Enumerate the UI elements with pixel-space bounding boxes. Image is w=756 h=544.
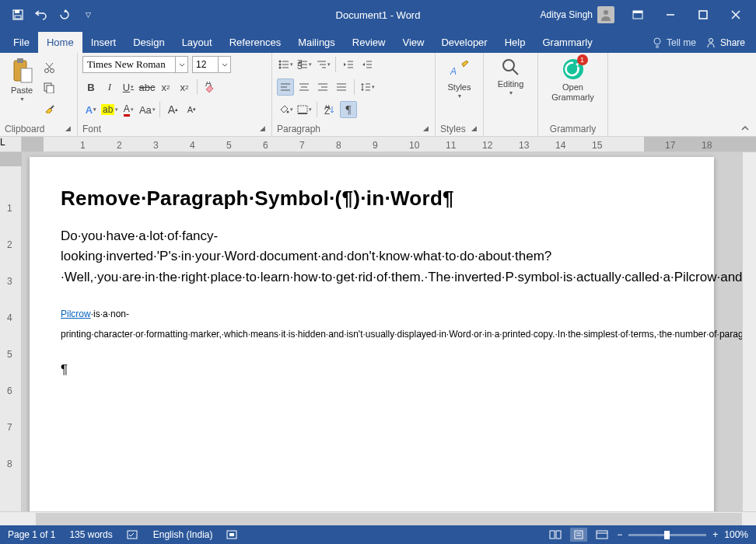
redo-button[interactable] — [54, 5, 75, 25]
tab-help[interactable]: Help — [496, 32, 534, 53]
notification-badge: 1 — [577, 54, 588, 65]
language-indicator[interactable]: English (India) — [153, 529, 213, 540]
font-size-combo[interactable]: 12 — [192, 56, 231, 73]
lightbulb-icon — [652, 37, 663, 48]
maximize-button[interactable] — [688, 3, 719, 26]
sort-button[interactable]: AZ — [321, 101, 338, 118]
font-name-combo[interactable]: Times New Roman — [82, 56, 188, 73]
align-right-button[interactable] — [314, 78, 331, 96]
grow-font-button[interactable]: A▴ — [164, 101, 181, 118]
cut-button[interactable] — [40, 59, 58, 76]
change-case-button[interactable]: Aa▾ — [138, 101, 156, 118]
copy-button[interactable] — [40, 79, 58, 96]
vertical-scrollbar[interactable] — [742, 152, 756, 511]
user-account[interactable]: Aditya Singh — [534, 6, 621, 23]
multilevel-icon — [316, 60, 327, 69]
page-scroll[interactable]: Remove·Paragraph·Symbol·(¶)·in·Word¶ Do·… — [22, 152, 742, 511]
print-layout-button[interactable] — [570, 528, 587, 542]
group-editing: Editing ▼ — [484, 53, 538, 136]
increase-indent-button[interactable] — [359, 56, 376, 73]
svg-rect-5 — [633, 11, 642, 13]
macro-icon[interactable] — [226, 530, 237, 539]
show-hide-button[interactable]: ¶ — [340, 101, 357, 118]
tab-layout[interactable]: Layout — [173, 32, 221, 53]
share-icon — [705, 37, 716, 48]
underline-button[interactable]: U▾ — [120, 78, 137, 96]
bullets-button[interactable]: ▾ — [277, 56, 294, 73]
shrink-font-button[interactable]: A▾ — [183, 101, 200, 118]
justify-button[interactable] — [333, 78, 350, 96]
font-launcher[interactable]: ◢ — [257, 124, 267, 134]
chevron-down-icon: ▼ — [19, 96, 25, 102]
close-button[interactable] — [720, 3, 751, 26]
svg-point-10 — [654, 38, 660, 44]
svg-rect-7 — [699, 11, 707, 19]
styles-launcher[interactable]: ◢ — [469, 124, 478, 134]
minimize-button[interactable] — [655, 3, 686, 26]
svg-rect-16 — [21, 68, 32, 82]
svg-point-25 — [278, 61, 281, 63]
tab-view[interactable]: View — [394, 32, 432, 53]
text-effects-button[interactable]: A▾ — [82, 101, 100, 118]
decrease-indent-button[interactable] — [340, 56, 357, 73]
numbering-button[interactable]: 123▾ — [296, 56, 313, 73]
ruler-horizontal[interactable]: L 1234567891011121314151718 — [0, 137, 756, 152]
strikethrough-button[interactable]: abc — [138, 78, 156, 96]
document-page[interactable]: Remove·Paragraph·Symbol·(¶)·in·Word¶ Do·… — [30, 157, 714, 511]
italic-button[interactable]: I — [101, 78, 118, 96]
undo-button[interactable] — [31, 5, 51, 25]
highlight-button[interactable]: ab▾ — [101, 101, 118, 118]
qat-customize-button[interactable]: ▽ — [78, 5, 98, 25]
line-spacing-button[interactable]: ▾ — [359, 78, 376, 96]
shading-button[interactable]: ▾ — [277, 101, 294, 118]
share-button[interactable]: Share — [705, 37, 745, 48]
clear-formatting-button[interactable]: A — [201, 78, 219, 96]
tab-grammarly[interactable]: Grammarly — [534, 32, 600, 53]
superscript-button[interactable]: x2 — [176, 78, 193, 96]
tell-me-search[interactable]: Tell me — [652, 37, 696, 48]
spell-check-icon[interactable] — [127, 529, 139, 540]
tab-insert[interactable]: Insert — [82, 32, 125, 53]
horizontal-scrollbar[interactable] — [0, 511, 756, 525]
svg-rect-73 — [229, 533, 234, 536]
multilevel-list-button[interactable]: ▾ — [314, 56, 331, 73]
tab-references[interactable]: References — [221, 32, 289, 53]
save-button[interactable] — [8, 5, 28, 25]
bold-button[interactable]: B — [82, 78, 100, 96]
paste-button[interactable]: Paste ▼ — [5, 56, 39, 103]
zoom-level[interactable]: 100% — [724, 529, 748, 540]
borders-button[interactable]: ▾ — [296, 101, 313, 118]
collapse-ribbon-button[interactable] — [740, 124, 750, 133]
find-icon — [501, 58, 521, 78]
editing-button[interactable]: Editing ▼ — [494, 56, 528, 97]
svg-point-29 — [278, 67, 281, 69]
tab-design[interactable]: Design — [124, 32, 173, 53]
word-count[interactable]: 135 words — [69, 529, 112, 540]
svg-point-18 — [51, 69, 54, 73]
zoom-out-button[interactable]: − — [617, 529, 622, 540]
web-layout-button[interactable] — [593, 528, 611, 542]
font-color-button[interactable]: A▾ — [120, 101, 137, 118]
styles-button[interactable]: A Styles ▼ — [443, 56, 477, 100]
pilcrow-link[interactable]: Pilcrow — [61, 309, 91, 319]
ribbon-display-button[interactable] — [622, 3, 653, 26]
align-center-button[interactable] — [296, 78, 313, 96]
grammarly-button[interactable]: 1 Open Grammarly — [556, 56, 590, 104]
ruler-vertical[interactable]: 12345678 — [0, 152, 22, 511]
tab-file[interactable]: File — [5, 32, 38, 53]
tab-review[interactable]: Review — [344, 32, 394, 53]
page-indicator[interactable]: Page 1 of 1 — [8, 529, 55, 540]
tab-developer[interactable]: Developer — [432, 32, 495, 53]
zoom-slider[interactable] — [628, 534, 706, 536]
tab-home[interactable]: Home — [38, 32, 82, 53]
svg-rect-22 — [47, 85, 54, 93]
format-painter-button[interactable] — [40, 99, 58, 117]
zoom-in-button[interactable]: + — [712, 529, 718, 540]
tab-mailings[interactable]: Mailings — [289, 32, 344, 53]
clipboard-launcher[interactable]: ◢ — [63, 124, 72, 134]
svg-rect-1 — [15, 10, 19, 13]
paragraph-launcher[interactable]: ◢ — [421, 124, 430, 134]
read-mode-button[interactable] — [547, 528, 564, 542]
subscript-button[interactable]: x2 — [157, 78, 174, 96]
align-left-button[interactable] — [277, 78, 294, 96]
